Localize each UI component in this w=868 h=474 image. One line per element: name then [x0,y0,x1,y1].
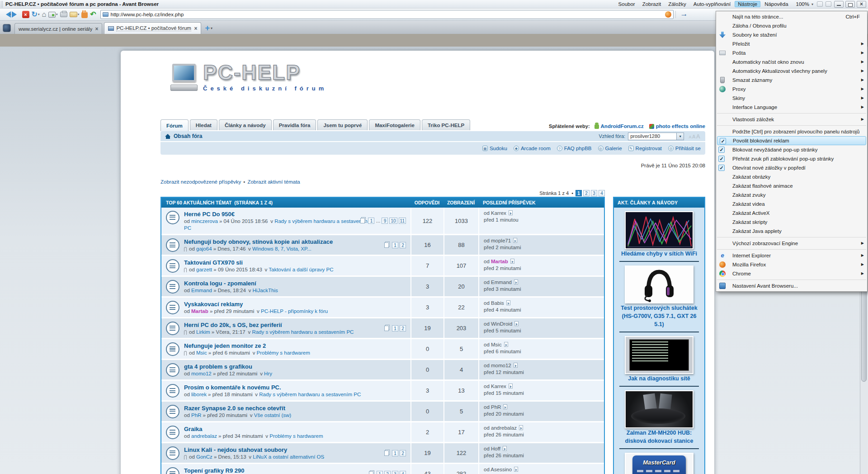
menu-item-19[interactable]: Zakázat obrázky [716,172,867,181]
new-tab-button[interactable]: + [205,24,210,32]
topic-forum-link[interactable]: Problémy s hardwarem [269,433,323,439]
style-select[interactable]: prosilver1280 [628,133,677,140]
tab-close-icon[interactable]: × [194,25,197,32]
topic-page-button-9[interactable]: 9 [382,218,388,224]
topic-author-link[interactable]: Msic [196,350,207,356]
last-post-author-link[interactable]: Msic [491,342,502,347]
panels-icon[interactable] [826,1,831,7]
url-input[interactable]: http://www.pc-help.cz/index.php [111,12,665,17]
topic-title-link[interactable]: Herní PC do 20k, s OS, bez periferií [184,322,282,328]
menubar-item-zloky[interactable]: Záložky [665,1,689,7]
topic-page-button-1[interactable]: 1 [377,471,383,474]
menu-item-7[interactable]: Smazat záznamy▶ [716,76,867,85]
last-post-author-link[interactable]: andrebalaz [491,425,517,431]
topic-title-link[interactable]: Prosím o komentáře k novému PC. [184,384,281,391]
topic-title-link[interactable]: Vyskakovací reklamy [184,301,243,308]
goto-last-post-icon[interactable] [514,363,518,368]
goto-last-post-icon[interactable] [503,404,507,409]
topic-title-link[interactable]: Nefunguje jeden monitor ze 2 [184,342,266,349]
avant-orb-icon[interactable] [3,24,11,32]
menu-item-2[interactable]: Soubory ke stažení [716,30,867,39]
topic-page-button-1[interactable]: 1 [392,242,398,248]
menu-item-24[interactable]: Zakázat skripty [716,218,867,227]
forward-button[interactable] [13,9,21,19]
menu-item-18[interactable]: ✓Otevírat nové záložky v popředí [716,163,867,172]
topic-page-button-2[interactable]: 2 [400,325,406,332]
menu-item-27[interactable]: Výchozí zobrazovací Engine▶ [716,239,867,248]
goto-last-post-icon[interactable] [510,259,514,264]
close-button[interactable] [857,1,866,8]
topic-page-button-10[interactable]: 10 [389,218,397,224]
page-button-4[interactable]: 4 [599,190,605,196]
topic-forum-link[interactable]: Taktování a další úpravy PC [269,267,333,272]
last-post-author-link[interactable]: Emmand [491,280,512,285]
goto-last-post-icon[interactable] [519,425,523,430]
partner-link-androidforum[interactable]: AndroidForum.cz [601,123,644,129]
address-bar[interactable]: http://www.pc-help.cz/index.php [100,10,674,19]
menu-item-9[interactable]: Skiny▶ [716,94,867,103]
topic-title-link[interactable]: Taktování GTX970 sli [184,259,243,266]
topic-author-link[interactable]: momo12 [191,371,212,376]
topic-author-link[interactable]: Lirkim [196,329,210,335]
last-post-author-link[interactable]: Babis [491,300,504,306]
capture-caret-icon[interactable]: ▾ [56,13,58,16]
menu-item-16[interactable]: ✓Blokovat nevyžádané pop-up stránky [716,145,867,154]
user-link-arcaderoom[interactable]: ☻Arcade room [514,146,551,151]
menu-item-0[interactable]: Najít na této stránce...Ctrl+F [716,12,867,21]
article-image-mastercard[interactable]: MasterCard [625,453,693,474]
article-image-headset[interactable] [625,265,693,303]
zoom-caret-icon[interactable]: ▾ [811,2,815,6]
goto-last-post-icon[interactable] [509,384,513,389]
topic-author-link[interactable]: GonCz [196,454,212,460]
scrollbar-thumb[interactable] [861,287,867,382]
mail-button[interactable]: ▾ [69,9,80,19]
topic-author-link[interactable]: gajo64 [196,246,212,251]
topic-author-link[interactable]: PhR [191,412,201,418]
font-size-widget[interactable]: AAA [689,133,701,140]
go-button[interactable]: → [678,9,692,19]
user-link-pihlsitse[interactable]: ⊙Přihlásit se [668,146,701,151]
style-select-caret-icon[interactable]: ▼ [677,133,684,140]
capture-button[interactable]: ▾ [47,9,59,19]
page-button-3[interactable]: 3 [591,190,597,196]
topic-title-link[interactable]: Herné PC Do 950€ [184,211,235,218]
minimize-button[interactable] [834,1,844,8]
user-link-faqphpbb[interactable]: ?FAQ phpBB [557,146,592,151]
topic-forum-link[interactable]: Vše ostatní (sw) [254,412,291,418]
topic-forum-link[interactable]: Hry [264,371,272,376]
user-link-sudoku[interactable]: ▦Sudoku [482,146,507,151]
quick-link-2[interactable]: Zobrazit aktivní témata [247,179,300,185]
forum-tab-hledat[interactable]: Hledat [190,119,217,130]
home-button[interactable]: ⌂ [41,9,47,19]
topic-forum-link[interactable]: Rady s výběrem hardwaru a sestavením PC [252,329,354,335]
topic-page-button-3[interactable]: 3 [392,471,398,474]
menu-item-10[interactable]: Interface Language▶ [716,103,867,112]
topic-title-link[interactable]: Nefungují body obnovy, stínová kopie ani… [184,238,333,245]
topic-forum-link[interactable]: Problémy s hardwarem [257,350,310,356]
user-link-galerie[interactable]: ◎Galerie [598,146,622,151]
menu-item-15[interactable]: ✓Povolit blokování reklam [717,136,866,145]
topic-title-link[interactable]: Graika [184,426,202,432]
partner-link-photo-effects[interactable]: photo effects online [656,123,705,129]
menu-item-6[interactable]: Automaticky Aktualizovat všechny panely▶ [716,66,867,76]
restore-button[interactable] [845,1,855,8]
browser-tab-2[interactable]: PC-HELP.CZ • počítačové fórum a pc p...× [104,22,201,34]
menubar-item-soubor[interactable]: Soubor [615,1,638,7]
menu-item-5[interactable]: Automaticky načíst okno znovu▶ [716,57,867,66]
zoom-level[interactable]: 100% [793,1,811,7]
article-caption-link[interactable]: Jak na diagnostiku sítě [628,375,690,382]
last-post-author-link[interactable]: WinDroid [491,321,512,327]
menu-item-12[interactable]: Vlastnosti záložek▶ [716,115,867,124]
menu-item-4[interactable]: Pošta▶ [716,48,867,57]
forum-tab-trikopchelp[interactable]: Triko PC-HELP [422,119,470,130]
topic-forum-link[interactable]: Rady s výběrem hardwaru a sestavením PC [259,392,361,397]
last-post-author-link[interactable]: Martab [491,259,508,264]
mail-caret-icon[interactable]: ▾ [78,13,80,16]
menubar-item-zobrazit[interactable]: Zobrazit [639,1,665,7]
menu-item-33[interactable]: Nastavení Avant Browseru... [716,281,867,290]
goto-last-post-icon[interactable] [514,280,518,284]
goto-last-post-icon[interactable] [514,467,518,472]
topic-forum-link[interactable]: HiJackThis [253,288,278,293]
menu-item-23[interactable]: Zakázat ActiveX [716,209,867,218]
article-caption-link[interactable]: Zalman ZM-MH200 HUB: disková dokovací st… [625,430,693,444]
